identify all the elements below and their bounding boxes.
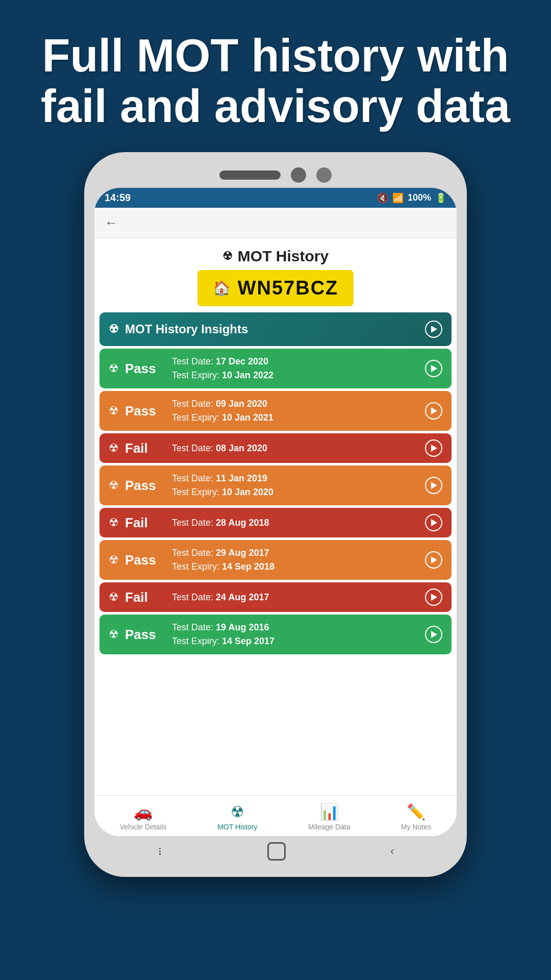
mot-entry-2-play-triangle bbox=[431, 445, 437, 452]
back-arrow-icon[interactable]: ← bbox=[105, 215, 118, 231]
mot-entry-3-play-triangle bbox=[431, 482, 437, 489]
mot-entry-4[interactable]: ☢ Fail Test Date: 28 Aug 2018 bbox=[99, 508, 452, 537]
status-bar: 14:59 🔇 📶 100% 🔋 bbox=[94, 188, 457, 208]
mot-entry-4-play-triangle bbox=[431, 519, 437, 526]
mileage-data-icon: 📊 bbox=[320, 803, 339, 821]
mot-entry-2-result: Fail bbox=[125, 440, 166, 456]
mot-entry-7-dates: Test Date: 19 Aug 2016 Test Expiry: 14 S… bbox=[172, 621, 274, 648]
gesture-home-button[interactable] bbox=[267, 842, 286, 861]
my-notes-icon: ✏️ bbox=[407, 803, 425, 821]
nav-item-mot-history[interactable]: ☢ MOT History bbox=[212, 801, 262, 833]
gesture-lines-icon: ⫶ bbox=[157, 845, 163, 858]
mot-entry-5[interactable]: ☢ Pass Test Date: 29 Aug 2017 Test Expir… bbox=[99, 540, 452, 580]
vehicle-details-icon: 🚗 bbox=[134, 803, 153, 821]
mot-entry-3-play-btn[interactable] bbox=[425, 477, 442, 494]
mot-entry-3-dates: Test Date: 11 Jan 2019 Test Expiry: 10 J… bbox=[172, 472, 273, 499]
mot-entry-6-left: ☢ Fail Test Date: 24 Aug 2017 bbox=[109, 590, 269, 605]
mot-entry-1-hazard-icon: ☢ bbox=[109, 404, 119, 418]
mot-entry-4-dates: Test Date: 28 Aug 2018 bbox=[172, 516, 269, 530]
garage-icon: 🏠 bbox=[213, 280, 231, 297]
app-title-text: MOT History bbox=[238, 248, 329, 265]
phone-camera-2 bbox=[316, 167, 332, 183]
mot-entry-0-play-triangle bbox=[431, 365, 437, 372]
mot-entry-1-result: Pass bbox=[125, 403, 166, 419]
mot-entry-3[interactable]: ☢ Pass Test Date: 11 Jan 2019 Test Expir… bbox=[99, 465, 452, 505]
mot-entry-1-play-btn[interactable] bbox=[425, 402, 442, 420]
insights-label: MOT History Insights bbox=[125, 322, 248, 336]
mot-entry-5-play-triangle bbox=[431, 556, 437, 564]
mot-entry-2[interactable]: ☢ Fail Test Date: 08 Jan 2020 bbox=[99, 433, 452, 463]
wifi-icon: 📶 bbox=[392, 192, 404, 204]
mot-history-icon: ☢ bbox=[231, 803, 244, 821]
mot-entry-6-play-btn[interactable] bbox=[425, 589, 442, 606]
mot-entry-7-hazard-icon: ☢ bbox=[109, 628, 119, 641]
my-notes-label: My Notes bbox=[401, 823, 431, 831]
mot-entry-0-play-btn[interactable] bbox=[425, 360, 442, 377]
mot-entry-1-play-triangle bbox=[431, 407, 437, 414]
mot-entry-7-play-btn[interactable] bbox=[425, 626, 442, 643]
status-time: 14:59 bbox=[105, 192, 131, 204]
insights-play-triangle bbox=[431, 326, 437, 333]
nav-item-vehicle-details[interactable]: 🚗 Vehicle Details bbox=[115, 801, 172, 833]
mot-entry-0-left: ☢ Pass Test Date: 17 Dec 2020 Test Expir… bbox=[109, 355, 273, 382]
phone-bottom-gestures: ⫶ ‹ bbox=[94, 836, 457, 867]
mot-entry-5-hazard-icon: ☢ bbox=[109, 553, 119, 567]
mot-entry-1[interactable]: ☢ Pass Test Date: 09 Jan 2020 Test Expir… bbox=[99, 391, 452, 431]
status-right: 🔇 📶 100% 🔋 bbox=[377, 192, 446, 204]
mot-entry-2-hazard-icon: ☢ bbox=[109, 442, 119, 455]
mot-entry-7-play-triangle bbox=[431, 631, 437, 638]
battery-text: 100% bbox=[408, 192, 431, 203]
mileage-data-label: Mileage Data bbox=[308, 823, 350, 831]
mot-entry-1-dates: Test Date: 09 Jan 2020 Test Expiry: 10 J… bbox=[172, 397, 273, 425]
mot-entry-6-hazard-icon: ☢ bbox=[109, 591, 119, 604]
mot-history-label: MOT History bbox=[217, 823, 257, 831]
phone-speaker bbox=[219, 170, 281, 180]
mot-entry-7[interactable]: ☢ Pass Test Date: 19 Aug 2016 Test Expir… bbox=[99, 615, 452, 654]
mot-entry-0-dates: Test Date: 17 Dec 2020 Test Expiry: 10 J… bbox=[172, 355, 273, 382]
page-title: Full MOT history with fail and advisory … bbox=[31, 31, 520, 132]
insights-left: ☢ MOT History Insights bbox=[109, 322, 248, 336]
mot-entry-6-play-triangle bbox=[431, 594, 437, 601]
gesture-back-icon: ‹ bbox=[390, 845, 394, 858]
nav-back-bar: ← bbox=[94, 208, 457, 238]
phone-frame: 14:59 🔇 📶 100% 🔋 ← ☢ MOT History 🏠 WN57B… bbox=[84, 152, 467, 877]
mot-entry-3-left: ☢ Pass Test Date: 11 Jan 2019 Test Expir… bbox=[109, 472, 273, 499]
mot-entry-6[interactable]: ☢ Fail Test Date: 24 Aug 2017 bbox=[99, 582, 452, 612]
mot-entry-0[interactable]: ☢ Pass Test Date: 17 Dec 2020 Test Expir… bbox=[99, 349, 452, 388]
mot-entry-0-result: Pass bbox=[125, 361, 166, 377]
nav-item-my-notes[interactable]: ✏️ My Notes bbox=[396, 801, 436, 833]
mot-entry-4-hazard-icon: ☢ bbox=[109, 516, 119, 529]
insights-play-btn[interactable] bbox=[425, 321, 442, 338]
mot-entry-5-left: ☢ Pass Test Date: 29 Aug 2017 Test Expir… bbox=[109, 546, 274, 574]
mot-entry-2-dates: Test Date: 08 Jan 2020 bbox=[172, 442, 267, 455]
mot-entry-4-left: ☢ Fail Test Date: 28 Aug 2018 bbox=[109, 515, 269, 531]
nav-item-mileage-data[interactable]: 📊 Mileage Data bbox=[303, 801, 356, 833]
mot-entry-4-result: Fail bbox=[125, 515, 166, 531]
page-header: Full MOT history with fail and advisory … bbox=[0, 0, 551, 152]
mot-list: ☢ MOT History Insights ☢ Pass Test Date:… bbox=[94, 312, 457, 795]
insights-banner[interactable]: ☢ MOT History Insights bbox=[99, 312, 452, 346]
mot-entry-3-hazard-icon: ☢ bbox=[109, 479, 119, 492]
title-hazard-icon: ☢ bbox=[222, 250, 233, 263]
battery-icon: 🔋 bbox=[435, 192, 446, 204]
mot-entry-0-hazard-icon: ☢ bbox=[109, 362, 119, 375]
license-plate: 🏠 WN57BCZ bbox=[197, 270, 354, 306]
mot-entry-7-result: Pass bbox=[125, 627, 166, 643]
mot-entry-5-dates: Test Date: 29 Aug 2017 Test Expiry: 14 S… bbox=[172, 546, 274, 574]
insights-hazard-icon: ☢ bbox=[109, 323, 119, 336]
mot-entry-6-dates: Test Date: 24 Aug 2017 bbox=[172, 591, 269, 604]
mot-entry-2-left: ☢ Fail Test Date: 08 Jan 2020 bbox=[109, 440, 267, 456]
mot-entry-5-result: Pass bbox=[125, 552, 166, 568]
mot-entry-7-left: ☢ Pass Test Date: 19 Aug 2016 Test Expir… bbox=[109, 621, 274, 648]
phone-top-hardware bbox=[94, 162, 457, 188]
plate-number: WN57BCZ bbox=[238, 277, 339, 299]
mute-icon: 🔇 bbox=[377, 192, 388, 204]
app-title: ☢ MOT History bbox=[94, 238, 457, 270]
mot-entry-1-left: ☢ Pass Test Date: 09 Jan 2020 Test Expir… bbox=[109, 397, 273, 425]
mot-entry-5-play-btn[interactable] bbox=[425, 551, 442, 569]
vehicle-details-label: Vehicle Details bbox=[120, 823, 167, 831]
screen-content: ☢ MOT History 🏠 WN57BCZ ☢ MOT History In… bbox=[94, 238, 457, 836]
mot-entry-4-play-btn[interactable] bbox=[425, 514, 442, 531]
mot-entry-2-play-btn[interactable] bbox=[425, 439, 442, 457]
phone-screen: 14:59 🔇 📶 100% 🔋 ← ☢ MOT History 🏠 WN57B… bbox=[94, 188, 457, 836]
